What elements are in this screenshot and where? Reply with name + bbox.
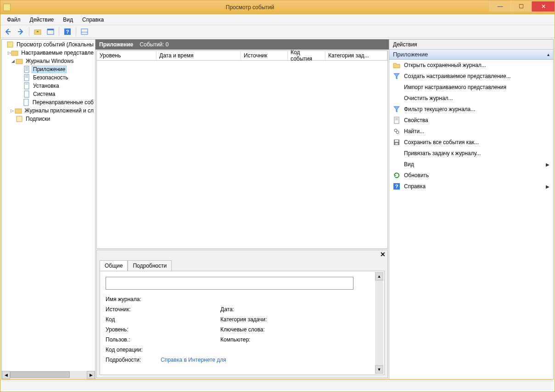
- log-icon: [23, 90, 30, 98]
- menu-help[interactable]: Справка: [78, 15, 107, 24]
- tree-body[interactable]: Просмотр событий (Локальны ▷ Настраиваем…: [2, 39, 95, 371]
- scroll-down-icon[interactable]: ▼: [375, 365, 383, 374]
- action-import-custom-view[interactable]: Импорт настраиваемого представления: [389, 82, 553, 93]
- col-category[interactable]: Категория зад...: [325, 51, 387, 60]
- filter-icon: [393, 73, 400, 80]
- folder-icon: [16, 57, 23, 65]
- filter-icon: [393, 106, 400, 113]
- action-find[interactable]: Найти...: [389, 126, 553, 137]
- tree-forwarded[interactable]: Перенаправленные соб: [2, 98, 95, 106]
- svg-rect-9: [16, 59, 22, 64]
- scroll-right-icon[interactable]: ▶: [87, 371, 95, 379]
- subscriptions-icon: [16, 115, 23, 123]
- tree-windows-logs[interactable]: ◢ Журналы Windows: [2, 57, 95, 65]
- help-button[interactable]: ?: [62, 26, 73, 37]
- maximize-button[interactable]: ☐: [510, 1, 532, 11]
- label-task-category: Категория задачи:: [220, 316, 285, 323]
- tree-security[interactable]: Безопасность: [2, 73, 95, 82]
- collapse-icon[interactable]: ◢: [10, 58, 16, 64]
- svg-rect-5: [81, 29, 88, 34]
- action-create-custom-view[interactable]: Создать настраиваемое представление...: [389, 71, 553, 82]
- back-button[interactable]: [2, 26, 13, 37]
- actions-title: Действия: [389, 39, 553, 50]
- tree-subscriptions[interactable]: Подписки: [2, 115, 95, 123]
- titlebar[interactable]: Просмотр событий — ☐ ✕: [0, 0, 555, 14]
- detail-vscroll[interactable]: ▲ ▼: [375, 272, 383, 374]
- tree-application[interactable]: Приложение: [2, 65, 95, 73]
- chevron-right-icon: ▶: [546, 162, 549, 167]
- action-attach-task[interactable]: Привязать задачу к журналу...: [389, 148, 553, 159]
- forward-button[interactable]: [15, 26, 26, 37]
- preview-pane-button[interactable]: [79, 26, 90, 37]
- svg-rect-30: [395, 143, 398, 145]
- expand-icon[interactable]: [3, 42, 6, 47]
- toolbar-separator: [59, 27, 59, 36]
- svg-rect-29: [395, 140, 398, 142]
- tree-root[interactable]: Просмотр событий (Локальны: [2, 40, 95, 49]
- close-button[interactable]: ✕: [532, 1, 555, 11]
- log-icon: [23, 74, 30, 81]
- col-datetime[interactable]: Дата и время: [157, 51, 241, 60]
- folder-up-icon: [34, 28, 41, 35]
- label-level: Уровень:: [106, 326, 161, 333]
- label-opcode: Код операции:: [106, 347, 161, 353]
- label-log-name: Имя журнала:: [106, 296, 161, 302]
- expand-icon[interactable]: ▷: [7, 50, 11, 56]
- action-refresh[interactable]: Обновить: [389, 170, 553, 181]
- action-view[interactable]: Вид ▶: [389, 159, 553, 170]
- tree-custom-views[interactable]: ▷ Настраиваемые представле: [2, 49, 95, 57]
- tree-setup[interactable]: Установка: [2, 82, 95, 90]
- action-help[interactable]: ? Справка ▶: [389, 181, 553, 192]
- label-computer: Компьютер:: [220, 336, 285, 343]
- scroll-track[interactable]: [375, 280, 383, 365]
- scroll-up-icon[interactable]: ▲: [375, 272, 383, 280]
- event-viewer-icon: [6, 41, 14, 48]
- action-filter-log[interactable]: Фильтр текущего журнала...: [389, 104, 553, 115]
- svg-rect-17: [24, 83, 29, 89]
- grid-title: Приложение: [99, 41, 133, 48]
- col-level[interactable]: Уровень: [97, 51, 157, 60]
- scroll-track[interactable]: [10, 371, 87, 379]
- close-icon[interactable]: ✕: [380, 251, 386, 258]
- save-icon: [393, 139, 400, 146]
- blank-icon: [393, 150, 400, 157]
- svg-text:?: ?: [66, 29, 69, 34]
- action-clear-log[interactable]: Очистить журнал...: [389, 93, 553, 104]
- folder-open-icon: [393, 62, 400, 69]
- action-properties[interactable]: Свойства: [389, 115, 553, 126]
- menu-view[interactable]: Вид: [59, 15, 77, 24]
- menu-action[interactable]: Действие: [26, 15, 58, 24]
- menu-file[interactable]: Файл: [3, 15, 24, 24]
- tree-app-services-logs[interactable]: ▷ Журналы приложений и сл: [2, 106, 95, 115]
- preview-icon: [81, 28, 88, 35]
- statusbar: [1, 381, 554, 391]
- refresh-icon: [393, 172, 400, 179]
- grid-body[interactable]: [96, 61, 388, 249]
- menubar: Файл Действие Вид Справка: [0, 14, 555, 25]
- svg-rect-2: [47, 29, 54, 30]
- detail-panel: ✕ Общие Подробности Имя журнала: Источни…: [96, 250, 388, 378]
- col-eventid[interactable]: Код события: [288, 51, 325, 60]
- toolbar: ?: [0, 25, 555, 38]
- help-link[interactable]: Справка в Интернете для: [161, 357, 371, 363]
- action-save-all[interactable]: Сохранить все события как...: [389, 137, 553, 148]
- tab-general[interactable]: Общие: [100, 260, 128, 271]
- minimize-button[interactable]: —: [489, 1, 510, 11]
- scroll-left-icon[interactable]: ◀: [2, 371, 10, 379]
- tree-system[interactable]: Система: [2, 90, 95, 98]
- description-box: [106, 277, 353, 290]
- blank-icon: [393, 95, 400, 102]
- expand-icon[interactable]: ▷: [10, 108, 15, 113]
- tree-hscroll[interactable]: ◀ ▶: [2, 371, 95, 379]
- svg-rect-23: [394, 117, 399, 123]
- actions-section[interactable]: Приложение ▴: [389, 50, 553, 60]
- scroll-thumb[interactable]: [10, 371, 70, 378]
- show-hide-tree-button[interactable]: [32, 26, 43, 37]
- chevron-up-icon[interactable]: ▴: [547, 52, 549, 57]
- action-open-saved[interactable]: Открыть сохраненный журнал...: [389, 60, 553, 71]
- tab-details[interactable]: Подробности: [128, 260, 172, 271]
- content-area: Просмотр событий (Локальны ▷ Настраиваем…: [1, 39, 554, 380]
- svg-rect-19: [24, 91, 29, 97]
- col-source[interactable]: Источник: [241, 51, 288, 60]
- show-hide-action-button[interactable]: [45, 26, 56, 37]
